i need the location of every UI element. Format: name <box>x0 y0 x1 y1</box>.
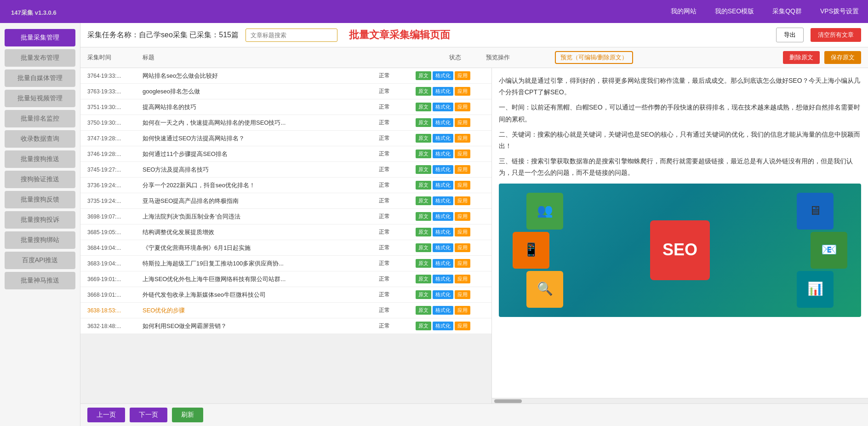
sidebar-item-batch-publish[interactable]: 批量发布管理 <box>5 49 75 67</box>
btn-geshi[interactable]: 格式化 <box>433 212 453 221</box>
btn-yingying[interactable]: 应用 <box>455 228 470 236</box>
table-row[interactable]: 3751·19:30:... 提高网站排名的技巧 正常 原文 格式化 应用 <box>80 99 491 115</box>
btn-geshi[interactable]: 格式化 <box>433 228 453 236</box>
btn-yuanwen[interactable]: 原文 <box>416 259 431 268</box>
btn-yuanwen[interactable]: 原文 <box>416 150 431 158</box>
btn-yingying[interactable]: 应用 <box>455 306 470 315</box>
table-row[interactable]: 3698·19:07:... 上海法院判决'负面压制业务'合同违法 正常 原文 … <box>80 209 491 225</box>
btn-yuanwen[interactable]: 原文 <box>416 118 431 127</box>
preview-content[interactable]: 小编认为就是通过引擎，得到好的，获得更多网站度我们称作流量，最后成成交。那么到底… <box>492 68 868 398</box>
sidebar-item-sougou-feedback[interactable]: 批量搜狗反馈 <box>5 191 75 208</box>
btn-yingying[interactable]: 应用 <box>455 87 470 96</box>
table-row[interactable]: 3735·19:24:... 亚马逊SEO提高产品排名的终极指南 正常 原文 格… <box>80 193 491 209</box>
btn-yingying[interactable]: 应用 <box>455 259 470 268</box>
next-page-button[interactable]: 下一页 <box>130 408 167 422</box>
btn-geshi[interactable]: 格式化 <box>433 150 453 158</box>
row-status: 正常 <box>379 134 416 142</box>
nav-seo-template[interactable]: 我的SEO模版 <box>715 7 754 16</box>
btn-yingying[interactable]: 应用 <box>455 103 470 111</box>
btn-geshi[interactable]: 格式化 <box>433 165 453 174</box>
row-status: 正常 <box>379 87 416 95</box>
sidebar-item-sougou-push[interactable]: 批量搜狗推送 <box>5 150 75 168</box>
table-row[interactable]: 3745·19:27:... SEO方法及提高排名技巧 正常 原文 格式化 应用 <box>80 162 491 178</box>
btn-yingying[interactable]: 应用 <box>455 71 470 80</box>
btn-yuanwen[interactable]: 原文 <box>416 228 431 236</box>
btn-geshi[interactable]: 格式化 <box>433 181 453 190</box>
table-row[interactable]: 3763·19:33:... googleseo排名怎么做 正常 原文 格式化 … <box>80 84 491 99</box>
table-row[interactable]: 3638·18:53:... SEO优化的步骤 正常 原文 格式化 应用 <box>80 303 491 318</box>
search-input[interactable] <box>246 29 337 42</box>
btn-yuanwen[interactable]: 原文 <box>416 134 431 143</box>
btn-yuanwen[interactable]: 原文 <box>416 87 431 96</box>
sidebar-item-sougou-bind[interactable]: 批量搜狗绑站 <box>5 231 75 249</box>
table-row[interactable]: 3750·19:30:... 如何在一天之内，快速提高网站排名的使用SEO技巧.… <box>80 115 491 131</box>
nav-my-website[interactable]: 我的网站 <box>671 7 697 16</box>
btn-geshi[interactable]: 格式化 <box>433 196 453 205</box>
sidebar-item-shenma-push[interactable]: 批量神马推送 <box>5 272 75 289</box>
btn-yuanwen[interactable]: 原文 <box>416 275 431 283</box>
btn-geshi[interactable]: 格式化 <box>433 103 453 111</box>
clear-all-button[interactable]: 清空所有文章 <box>811 28 861 42</box>
btn-geshi[interactable]: 格式化 <box>433 134 453 143</box>
sidebar-item-batch-media[interactable]: 批量自媒体管理 <box>5 69 75 87</box>
btn-yuanwen[interactable]: 原文 <box>416 165 431 174</box>
table-row[interactable]: 3669·19:01:... 上海SEO优化外包上海牛巨微网络科技有限公司站群.… <box>80 271 491 287</box>
row-actions: 原文 格式化 应用 <box>416 181 485 190</box>
sidebar-item-sougou-verify[interactable]: 搜狗验证推送 <box>5 171 75 188</box>
btn-yuanwen[interactable]: 原文 <box>416 181 431 190</box>
btn-geshi[interactable]: 格式化 <box>433 259 453 268</box>
table-row[interactable]: 3668·19:01:... 外链代发包收录上海新媒体seo牛巨微科技公司 正常… <box>80 287 491 303</box>
btn-yingying[interactable]: 应用 <box>455 165 470 174</box>
btn-geshi[interactable]: 格式化 <box>433 306 453 315</box>
btn-geshi[interactable]: 格式化 <box>433 290 453 299</box>
table-row[interactable]: 3747·19:28:... 如何快速通过SEO方法提高网站排名？ 正常 原文 … <box>80 131 491 146</box>
nav-qq-group[interactable]: 采集QQ群 <box>772 7 802 16</box>
btn-yingying[interactable]: 应用 <box>455 196 470 205</box>
btn-yingying[interactable]: 应用 <box>455 134 470 143</box>
save-orig-button[interactable]: 保存原文 <box>824 51 861 64</box>
btn-yingying[interactable]: 应用 <box>455 322 470 330</box>
btn-yingying[interactable]: 应用 <box>455 150 470 158</box>
btn-yuanwen[interactable]: 原文 <box>416 196 431 205</box>
btn-yuanwen[interactable]: 原文 <box>416 290 431 299</box>
nav-vps-setting[interactable]: VPS拨号设置 <box>820 7 859 16</box>
export-button[interactable]: 导出 <box>776 28 804 42</box>
btn-yingying[interactable]: 应用 <box>455 243 470 252</box>
btn-geshi[interactable]: 格式化 <box>433 71 453 80</box>
btn-yuanwen[interactable]: 原文 <box>416 306 431 315</box>
table-row[interactable]: 3632·18:48:... 如何利用SEO做全网霸屏营销？ 正常 原文 格式化… <box>80 318 491 334</box>
delete-orig-button[interactable]: 删除原文 <box>783 51 820 64</box>
col-header-preview-op: 预览操作 <box>486 53 555 62</box>
page-heading: 批量文章采集编辑页面 <box>349 28 450 42</box>
table-row[interactable]: 3685·19:05:... 结构调整优化发展提质增效 正常 原文 格式化 应用 <box>80 225 491 240</box>
btn-yuanwen[interactable]: 原文 <box>416 212 431 221</box>
btn-yingying[interactable]: 应用 <box>455 275 470 283</box>
sidebar-item-sougou-complain[interactable]: 批量搜狗投诉 <box>5 211 75 229</box>
btn-yuanwen[interactable]: 原文 <box>416 243 431 252</box>
btn-yuanwen[interactable]: 原文 <box>416 71 431 80</box>
btn-geshi[interactable]: 格式化 <box>433 322 453 330</box>
table-row[interactable]: 3764·19:33:... 网站排名seo怎么做会比较好 正常 原文 格式化 … <box>80 68 491 84</box>
table-row[interactable]: 3684·19:04:... 《宁夏优化营商环境条例》6月1日起实施 正常 原文… <box>80 240 491 256</box>
btn-geshi[interactable]: 格式化 <box>433 87 453 96</box>
table-row[interactable]: 3683·19:04:... 特斯拉上海超级工厂19日复工推动100多家供应商协… <box>80 256 491 271</box>
btn-yuanwen[interactable]: 原文 <box>416 322 431 330</box>
table-row[interactable]: 3736·19:24:... 分享一个2022新风口，抖音seo优化排名！ 正常… <box>80 178 491 193</box>
btn-yingying[interactable]: 应用 <box>455 212 470 221</box>
btn-yingying[interactable]: 应用 <box>455 181 470 190</box>
btn-geshi[interactable]: 格式化 <box>433 243 453 252</box>
btn-geshi[interactable]: 格式化 <box>433 118 453 127</box>
btn-geshi[interactable]: 格式化 <box>433 275 453 283</box>
btn-yingying[interactable]: 应用 <box>455 290 470 299</box>
sidebar-item-baidu-api[interactable]: 百度API推送 <box>5 252 75 269</box>
preview-scrollbar[interactable] <box>492 398 868 403</box>
sidebar-item-batch-rank[interactable]: 批量排名监控 <box>5 110 75 127</box>
sidebar-item-batch-collect[interactable]: 批量采集管理 <box>5 29 75 46</box>
btn-yuanwen[interactable]: 原文 <box>416 103 431 111</box>
sidebar-item-collect-data[interactable]: 收录数据查询 <box>5 130 75 148</box>
table-row[interactable]: 3746·19:28:... 如何通过11个步骤提高SEO排名 正常 原文 格式… <box>80 146 491 162</box>
sidebar-item-batch-shortvideo[interactable]: 批量短视频管理 <box>5 90 75 107</box>
refresh-button[interactable]: 刷新 <box>172 408 203 422</box>
btn-yingying[interactable]: 应用 <box>455 118 470 127</box>
prev-page-button[interactable]: 上一页 <box>87 408 125 422</box>
